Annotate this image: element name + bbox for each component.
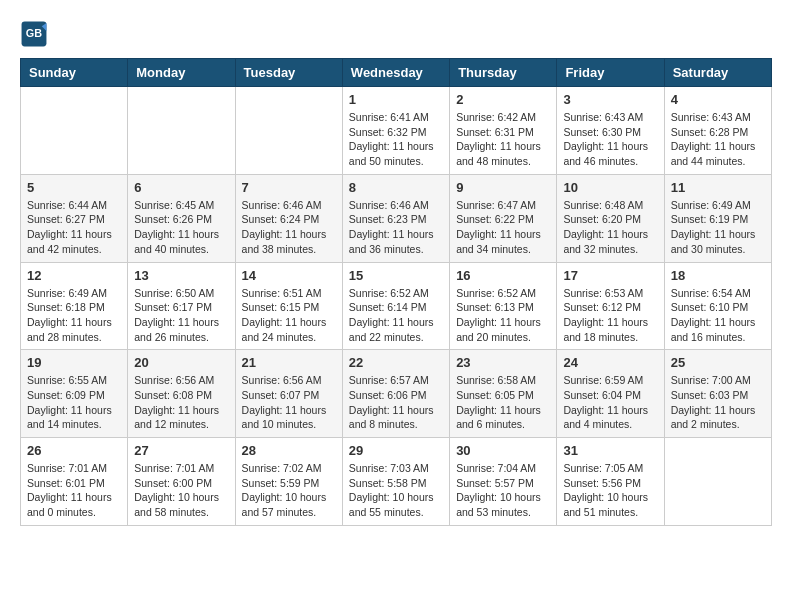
calendar-header: SundayMondayTuesdayWednesdayThursdayFrid…	[21, 59, 772, 87]
day-cell: 27Sunrise: 7:01 AM Sunset: 6:00 PM Dayli…	[128, 438, 235, 526]
day-cell: 1Sunrise: 6:41 AM Sunset: 6:32 PM Daylig…	[342, 87, 449, 175]
day-cell: 15Sunrise: 6:52 AM Sunset: 6:14 PM Dayli…	[342, 262, 449, 350]
day-cell: 29Sunrise: 7:03 AM Sunset: 5:58 PM Dayli…	[342, 438, 449, 526]
week-row-3: 12Sunrise: 6:49 AM Sunset: 6:18 PM Dayli…	[21, 262, 772, 350]
day-cell: 16Sunrise: 6:52 AM Sunset: 6:13 PM Dayli…	[450, 262, 557, 350]
day-info: Sunrise: 6:55 AM Sunset: 6:09 PM Dayligh…	[27, 373, 121, 432]
day-number: 1	[349, 92, 443, 107]
day-cell: 8Sunrise: 6:46 AM Sunset: 6:23 PM Daylig…	[342, 174, 449, 262]
day-info: Sunrise: 7:00 AM Sunset: 6:03 PM Dayligh…	[671, 373, 765, 432]
day-cell: 2Sunrise: 6:42 AM Sunset: 6:31 PM Daylig…	[450, 87, 557, 175]
weekday-header-friday: Friday	[557, 59, 664, 87]
day-number: 21	[242, 355, 336, 370]
day-cell	[128, 87, 235, 175]
day-cell: 9Sunrise: 6:47 AM Sunset: 6:22 PM Daylig…	[450, 174, 557, 262]
page-header: GB	[20, 20, 772, 48]
day-number: 19	[27, 355, 121, 370]
day-info: Sunrise: 7:02 AM Sunset: 5:59 PM Dayligh…	[242, 461, 336, 520]
day-info: Sunrise: 6:49 AM Sunset: 6:19 PM Dayligh…	[671, 198, 765, 257]
day-cell: 30Sunrise: 7:04 AM Sunset: 5:57 PM Dayli…	[450, 438, 557, 526]
day-number: 8	[349, 180, 443, 195]
day-number: 5	[27, 180, 121, 195]
day-info: Sunrise: 6:43 AM Sunset: 6:28 PM Dayligh…	[671, 110, 765, 169]
calendar-body: 1Sunrise: 6:41 AM Sunset: 6:32 PM Daylig…	[21, 87, 772, 526]
day-info: Sunrise: 6:54 AM Sunset: 6:10 PM Dayligh…	[671, 286, 765, 345]
day-info: Sunrise: 6:48 AM Sunset: 6:20 PM Dayligh…	[563, 198, 657, 257]
day-number: 3	[563, 92, 657, 107]
weekday-header-monday: Monday	[128, 59, 235, 87]
day-cell: 31Sunrise: 7:05 AM Sunset: 5:56 PM Dayli…	[557, 438, 664, 526]
day-info: Sunrise: 6:43 AM Sunset: 6:30 PM Dayligh…	[563, 110, 657, 169]
day-number: 30	[456, 443, 550, 458]
day-number: 11	[671, 180, 765, 195]
day-cell: 20Sunrise: 6:56 AM Sunset: 6:08 PM Dayli…	[128, 350, 235, 438]
day-cell: 28Sunrise: 7:02 AM Sunset: 5:59 PM Dayli…	[235, 438, 342, 526]
day-number: 27	[134, 443, 228, 458]
day-cell: 7Sunrise: 6:46 AM Sunset: 6:24 PM Daylig…	[235, 174, 342, 262]
day-info: Sunrise: 6:42 AM Sunset: 6:31 PM Dayligh…	[456, 110, 550, 169]
day-cell: 18Sunrise: 6:54 AM Sunset: 6:10 PM Dayli…	[664, 262, 771, 350]
day-cell: 17Sunrise: 6:53 AM Sunset: 6:12 PM Dayli…	[557, 262, 664, 350]
logo-icon: GB	[20, 20, 48, 48]
day-info: Sunrise: 6:41 AM Sunset: 6:32 PM Dayligh…	[349, 110, 443, 169]
day-number: 2	[456, 92, 550, 107]
day-cell: 26Sunrise: 7:01 AM Sunset: 6:01 PM Dayli…	[21, 438, 128, 526]
day-cell: 6Sunrise: 6:45 AM Sunset: 6:26 PM Daylig…	[128, 174, 235, 262]
day-info: Sunrise: 6:46 AM Sunset: 6:24 PM Dayligh…	[242, 198, 336, 257]
calendar: SundayMondayTuesdayWednesdayThursdayFrid…	[20, 58, 772, 526]
weekday-header-thursday: Thursday	[450, 59, 557, 87]
day-info: Sunrise: 6:47 AM Sunset: 6:22 PM Dayligh…	[456, 198, 550, 257]
week-row-1: 1Sunrise: 6:41 AM Sunset: 6:32 PM Daylig…	[21, 87, 772, 175]
day-info: Sunrise: 7:03 AM Sunset: 5:58 PM Dayligh…	[349, 461, 443, 520]
day-cell: 19Sunrise: 6:55 AM Sunset: 6:09 PM Dayli…	[21, 350, 128, 438]
day-info: Sunrise: 6:49 AM Sunset: 6:18 PM Dayligh…	[27, 286, 121, 345]
day-number: 26	[27, 443, 121, 458]
day-number: 29	[349, 443, 443, 458]
day-cell: 25Sunrise: 7:00 AM Sunset: 6:03 PM Dayli…	[664, 350, 771, 438]
day-info: Sunrise: 6:45 AM Sunset: 6:26 PM Dayligh…	[134, 198, 228, 257]
day-cell: 23Sunrise: 6:58 AM Sunset: 6:05 PM Dayli…	[450, 350, 557, 438]
weekday-header-saturday: Saturday	[664, 59, 771, 87]
day-cell	[235, 87, 342, 175]
day-cell: 10Sunrise: 6:48 AM Sunset: 6:20 PM Dayli…	[557, 174, 664, 262]
day-number: 7	[242, 180, 336, 195]
day-number: 25	[671, 355, 765, 370]
week-row-4: 19Sunrise: 6:55 AM Sunset: 6:09 PM Dayli…	[21, 350, 772, 438]
day-cell: 5Sunrise: 6:44 AM Sunset: 6:27 PM Daylig…	[21, 174, 128, 262]
day-number: 12	[27, 268, 121, 283]
day-cell: 21Sunrise: 6:56 AM Sunset: 6:07 PM Dayli…	[235, 350, 342, 438]
day-info: Sunrise: 6:53 AM Sunset: 6:12 PM Dayligh…	[563, 286, 657, 345]
day-info: Sunrise: 6:46 AM Sunset: 6:23 PM Dayligh…	[349, 198, 443, 257]
day-info: Sunrise: 6:44 AM Sunset: 6:27 PM Dayligh…	[27, 198, 121, 257]
day-number: 18	[671, 268, 765, 283]
weekday-row: SundayMondayTuesdayWednesdayThursdayFrid…	[21, 59, 772, 87]
day-info: Sunrise: 6:59 AM Sunset: 6:04 PM Dayligh…	[563, 373, 657, 432]
day-cell: 22Sunrise: 6:57 AM Sunset: 6:06 PM Dayli…	[342, 350, 449, 438]
day-cell	[664, 438, 771, 526]
day-info: Sunrise: 6:50 AM Sunset: 6:17 PM Dayligh…	[134, 286, 228, 345]
logo: GB	[20, 20, 50, 48]
day-info: Sunrise: 6:58 AM Sunset: 6:05 PM Dayligh…	[456, 373, 550, 432]
day-number: 10	[563, 180, 657, 195]
weekday-header-wednesday: Wednesday	[342, 59, 449, 87]
day-number: 14	[242, 268, 336, 283]
day-cell	[21, 87, 128, 175]
day-number: 22	[349, 355, 443, 370]
day-number: 13	[134, 268, 228, 283]
day-number: 17	[563, 268, 657, 283]
day-number: 20	[134, 355, 228, 370]
day-cell: 24Sunrise: 6:59 AM Sunset: 6:04 PM Dayli…	[557, 350, 664, 438]
day-info: Sunrise: 7:04 AM Sunset: 5:57 PM Dayligh…	[456, 461, 550, 520]
day-number: 23	[456, 355, 550, 370]
day-cell: 13Sunrise: 6:50 AM Sunset: 6:17 PM Dayli…	[128, 262, 235, 350]
day-info: Sunrise: 6:51 AM Sunset: 6:15 PM Dayligh…	[242, 286, 336, 345]
day-cell: 11Sunrise: 6:49 AM Sunset: 6:19 PM Dayli…	[664, 174, 771, 262]
svg-text:GB: GB	[26, 27, 42, 39]
day-number: 4	[671, 92, 765, 107]
day-cell: 14Sunrise: 6:51 AM Sunset: 6:15 PM Dayli…	[235, 262, 342, 350]
day-number: 24	[563, 355, 657, 370]
weekday-header-tuesday: Tuesday	[235, 59, 342, 87]
day-info: Sunrise: 7:01 AM Sunset: 6:00 PM Dayligh…	[134, 461, 228, 520]
day-info: Sunrise: 6:56 AM Sunset: 6:08 PM Dayligh…	[134, 373, 228, 432]
day-info: Sunrise: 6:52 AM Sunset: 6:14 PM Dayligh…	[349, 286, 443, 345]
